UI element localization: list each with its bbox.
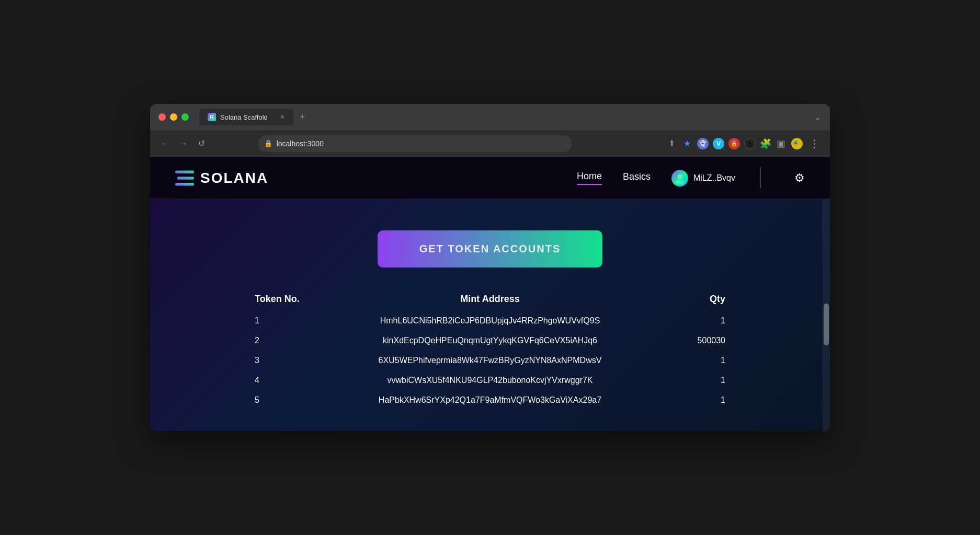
main-content: GET TOKEN ACCOUNTS Token No. Mint Addres… bbox=[150, 199, 830, 431]
table-header: Token No. Mint Address Qty bbox=[255, 294, 725, 311]
app-navbar: SOLANA Home Basics MiLZ..Bvqv ⚙ bbox=[150, 157, 830, 199]
ext-icon-lock[interactable]: 🔒 bbox=[728, 138, 740, 149]
traffic-light-maximize[interactable] bbox=[181, 113, 189, 121]
tab-dropdown-button[interactable]: ⌄ bbox=[814, 111, 822, 123]
traffic-lights bbox=[158, 113, 189, 121]
active-tab[interactable]: R Solana Scaffold ✕ bbox=[199, 109, 293, 125]
cell-no-3: 3 bbox=[255, 356, 317, 365]
ext-icon-sidebar[interactable]: ▣ bbox=[776, 138, 787, 149]
solana-logo: SOLANA bbox=[175, 169, 268, 188]
header-token-no: Token No. bbox=[255, 294, 317, 305]
cell-no-1: 1 bbox=[255, 316, 317, 325]
svg-rect-1 bbox=[177, 177, 194, 179]
svg-rect-2 bbox=[175, 183, 194, 185]
cell-no-2: 2 bbox=[255, 336, 317, 345]
cell-mint-2: kinXdEcpDQeHPEuQnqmUgtYykqKGVFq6CeVX5iAH… bbox=[317, 336, 663, 345]
url-lock-icon: 🔒 bbox=[264, 139, 272, 147]
ext-icon-v[interactable]: V bbox=[713, 138, 724, 149]
cell-no-4: 4 bbox=[255, 376, 317, 385]
solana-logo-text: SOLANA bbox=[200, 170, 268, 187]
nav-link-basics[interactable]: Basics bbox=[623, 171, 651, 184]
nav-links: Home Basics MiLZ..Bvqv ⚙ bbox=[577, 168, 805, 189]
token-table: Token No. Mint Address Qty 1 HmhL6UCNi5h… bbox=[255, 294, 725, 410]
header-mint-address: Mint Address bbox=[317, 294, 663, 305]
table-row: 2 kinXdEcpDQeHPEuQnqmUgtYykqKGVFq6CeVX5i… bbox=[255, 331, 725, 351]
tab-bar: R Solana Scaffold ✕ + bbox=[199, 109, 310, 125]
wallet-avatar-icon bbox=[671, 170, 688, 187]
svg-point-3 bbox=[677, 174, 682, 179]
nav-link-home[interactable]: Home bbox=[577, 171, 602, 185]
scrollbar-thumb[interactable] bbox=[824, 304, 829, 345]
cell-qty-1: 1 bbox=[663, 316, 725, 325]
settings-icon[interactable]: ⚙ bbox=[794, 171, 805, 185]
wallet-info: MiLZ..Bvqv bbox=[671, 170, 735, 187]
svg-rect-0 bbox=[175, 170, 194, 173]
browser-window: R Solana Scaffold ✕ + ⌄ ← → ↺ 🔒 localhos… bbox=[150, 104, 830, 431]
url-text: localhost:3000 bbox=[277, 139, 565, 148]
cell-mint-4: vvwbiCWsXU5f4NKU94GLP42bubonoKcvjYVxrwgg… bbox=[317, 376, 663, 385]
ext-icon-s[interactable]: S bbox=[744, 138, 756, 149]
tab-favicon: R bbox=[208, 113, 216, 121]
address-bar: ← → ↺ 🔒 localhost:3000 ⬆ ★ 👻 V 🔒 S 🧩 ▣ 🎭… bbox=[150, 130, 830, 157]
back-button[interactable]: ← bbox=[158, 137, 171, 150]
tab-close-button[interactable]: ✕ bbox=[280, 113, 285, 121]
traffic-light-minimize[interactable] bbox=[170, 113, 177, 121]
cell-mint-3: 6XU5WEPhifveprmia8Wk47FwzBRyGyzNYN8AxNPM… bbox=[317, 356, 663, 365]
title-bar: R Solana Scaffold ✕ + ⌄ bbox=[150, 104, 830, 130]
tab-title: Solana Scaffold bbox=[220, 113, 268, 121]
ext-icon-ghost[interactable]: 👻 bbox=[697, 138, 709, 149]
browser-actions: ⬆ ★ 👻 V 🔒 S 🧩 ▣ 🎭 ⋮ bbox=[666, 135, 822, 152]
app-content: SOLANA Home Basics MiLZ..Bvqv ⚙ bbox=[150, 157, 830, 431]
nav-divider bbox=[760, 168, 761, 189]
ext-icon-puzzle[interactable]: 🧩 bbox=[760, 138, 771, 149]
table-row: 5 HaPbkXHw6SrYXp42Q1a7F9aMfmVQFWo3kGaViX… bbox=[255, 390, 725, 410]
solana-s-icon bbox=[175, 169, 194, 188]
wallet-address-text: MiLZ..Bvqv bbox=[693, 173, 735, 183]
table-row: 3 6XU5WEPhifveprmia8Wk47FwzBRyGyzNYN8AxN… bbox=[255, 351, 725, 370]
svg-point-4 bbox=[676, 180, 684, 184]
ext-icon-avatar[interactable]: 🎭 bbox=[791, 138, 803, 149]
forward-button[interactable]: → bbox=[177, 137, 190, 150]
cell-qty-2: 500030 bbox=[663, 336, 725, 345]
cell-qty-5: 1 bbox=[663, 396, 725, 405]
new-tab-button[interactable]: + bbox=[295, 110, 310, 125]
reload-button[interactable]: ↺ bbox=[196, 136, 207, 150]
table-row: 1 HmhL6UCNi5hRB2iCeJP6DBUpjqJv4RRzPhgoWU… bbox=[255, 311, 725, 331]
cell-mint-1: HmhL6UCNi5hRB2iCeJP6DBUpjqJv4RRzPhgoWUVv… bbox=[317, 316, 663, 325]
cell-qty-3: 1 bbox=[663, 356, 725, 365]
menu-button[interactable]: ⋮ bbox=[807, 135, 822, 152]
url-bar[interactable]: 🔒 localhost:3000 bbox=[258, 135, 572, 152]
cell-mint-5: HaPbkXHw6SrYXp42Q1a7F9aMfmVQFWo3kGaViXAx… bbox=[317, 396, 663, 405]
bookmark-button[interactable]: ★ bbox=[681, 136, 693, 150]
cell-no-5: 5 bbox=[255, 396, 317, 405]
scrollbar[interactable] bbox=[823, 199, 830, 431]
header-qty: Qty bbox=[663, 294, 725, 305]
share-button[interactable]: ⬆ bbox=[666, 136, 677, 150]
traffic-light-close[interactable] bbox=[158, 113, 166, 121]
cell-qty-4: 1 bbox=[663, 376, 725, 385]
get-token-accounts-button[interactable]: GET TOKEN ACCOUNTS bbox=[378, 230, 602, 268]
table-row: 4 vvwbiCWsXU5f4NKU94GLP42bubonoKcvjYVxrw… bbox=[255, 370, 725, 390]
